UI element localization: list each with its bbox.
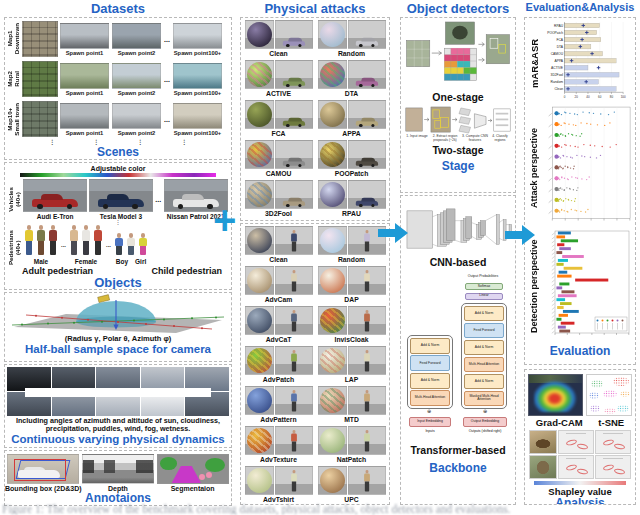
svg-text:ACTIVE: ACTIVE — [551, 66, 564, 70]
person-silhouette — [290, 470, 297, 493]
attack-subject-thumb — [275, 306, 313, 335]
car-silhouette — [282, 36, 304, 47]
scenes-section: Map1DowntownSpawn point1Spawn point2...S… — [4, 17, 232, 160]
adversarial-texture-sphere — [320, 228, 345, 253]
map-area: Rural — [14, 71, 21, 87]
attack-subject-thumb — [348, 140, 386, 169]
two-stage-diagram — [404, 106, 512, 135]
tf-multi-head-attention: Multi-Head Attention — [410, 390, 450, 406]
person-silhouette — [363, 430, 370, 453]
vehicle-thumbnail — [23, 179, 87, 212]
depth-cell: Depth — [81, 454, 155, 492]
scene-thumbnail — [112, 23, 161, 49]
adversarial-texture-sphere — [320, 308, 345, 333]
svg-text:DTA: DTA — [557, 45, 564, 49]
female-label: Female — [75, 258, 97, 265]
female-group: Female — [69, 225, 103, 265]
spawn-cell: Spawn point1 — [59, 103, 110, 136]
ellipsis-dots: ... — [60, 242, 67, 248]
camera-params: (Radius γ, Polar θ, Azimuth φ) — [6, 334, 230, 343]
adversarial-texture-sphere — [320, 102, 345, 127]
spawn-label: Spawn point1 — [66, 130, 104, 136]
map-thumbnail — [22, 61, 58, 97]
attack-label: MTD — [344, 416, 359, 423]
attack-unit: POOPatch — [317, 140, 386, 180]
attack-subject-thumb — [275, 180, 313, 209]
child-silhouette — [126, 233, 136, 257]
bounding-box-thumbnail — [7, 454, 79, 484]
adversarial-texture-sphere — [247, 268, 272, 293]
dynamics-section: Including angles of azimuth and altitude… — [4, 364, 232, 448]
tf-masked-multi-head-attention: Masked Multi-Head Attention — [464, 391, 504, 406]
attack-label: ACTIVE — [266, 90, 291, 97]
positional-encoding-plus: ⊕ — [427, 409, 431, 414]
svg-text:100: 100 — [621, 95, 626, 99]
tf-linear: Linear — [465, 293, 503, 300]
ellipsis-dots: ... — [163, 116, 171, 123]
ellipsis-dots: ... — [163, 76, 171, 83]
attack-sphere-thumb — [318, 20, 347, 49]
bbox-cell: Bounding box (2D&3D) — [6, 454, 80, 492]
attack-sphere-thumb — [318, 466, 347, 495]
svg-text:Random: Random — [551, 80, 564, 84]
spawn-cell: Spawn point2 — [111, 23, 162, 56]
figure-caption: Figure 1: The overview of the benchmark … — [2, 503, 638, 515]
detection-perspective-plot — [541, 230, 633, 342]
adversarial-texture-sphere — [320, 388, 345, 413]
segmentation-cell: Segmentaion — [156, 454, 230, 492]
attack-unit: Random — [317, 20, 386, 60]
physical-attacks-title: Physical attacks — [240, 1, 390, 16]
ellipsis-vertical-dot: ⋮ — [181, 139, 187, 146]
spawn-label: Spawn point2 — [118, 50, 156, 56]
color-gradient-bar — [20, 173, 216, 177]
car-silhouette-white — [173, 192, 219, 209]
backbone-label: Backbone — [404, 462, 512, 475]
backbone-section: CNN-based Output Probabilities Softmax L… — [400, 195, 516, 505]
attack-sphere-thumb — [245, 426, 274, 455]
attack-unit: FCA — [244, 100, 313, 140]
step-label: 4. Classify regions — [489, 135, 511, 142]
attack-sphere-thumb — [245, 100, 274, 129]
svg-text:Clean: Clean — [554, 87, 563, 91]
detection-perspective-block: Detection perspective — [527, 230, 633, 342]
person-silhouette — [81, 225, 91, 257]
person-silhouette — [290, 430, 297, 453]
attack-subject-thumb — [275, 60, 313, 89]
segmentation-label: Segmentaion — [171, 485, 215, 492]
tf-input-embedding: Input Embedding — [409, 417, 451, 427]
attack-subject-thumb — [348, 100, 386, 129]
tf-add-norm: Add & Norm — [464, 306, 504, 321]
pedestrians-axis-label: Pedestrians (40+) — [8, 230, 22, 265]
stage-label: Stage — [404, 160, 512, 173]
car-silhouette — [355, 196, 377, 207]
spawn-cell: Spawn point2 — [111, 63, 162, 96]
scene-thumbnail — [60, 103, 109, 129]
attack-subject-thumb — [275, 226, 313, 255]
analysis-row — [528, 374, 632, 416]
ellipsis-dots: ... — [163, 36, 171, 43]
attack-label: AdvCam — [265, 296, 293, 303]
car-silhouette — [282, 116, 304, 127]
car-silhouette — [282, 196, 304, 207]
attack-sphere-thumb — [318, 100, 347, 129]
attack-label: InvisCloak — [335, 336, 369, 343]
attack-sphere-thumb — [245, 266, 274, 295]
attack-unit: MTD — [317, 386, 386, 426]
svg-text:FCA: FCA — [556, 38, 563, 42]
child-pedestrian-label: Child pedestrian — [151, 266, 222, 276]
attack-label: UPC — [344, 496, 358, 503]
two-stage-steps: 1. Input image 2. Extract region proposa… — [404, 135, 512, 142]
vehicles-count: (40+) — [15, 187, 22, 212]
mar-asr-plot: RPAUPOOPatchFCADTACAMOUAPPAACTIVE3D2Fool… — [541, 20, 633, 106]
attack-perspective-plot — [541, 106, 633, 230]
male-label: Male — [34, 258, 48, 265]
ellipsis-dots: ... — [105, 242, 112, 248]
adversarial-texture-sphere — [320, 62, 345, 87]
spawn-label: Spawn point100+ — [174, 50, 222, 56]
segmentation-thumbnail — [157, 454, 229, 484]
spawn-label: Spawn point100+ — [174, 90, 222, 96]
adversarial-texture-sphere — [247, 182, 272, 207]
attack-unit: AdvCam — [244, 266, 313, 306]
scene-rows: Map1DowntownSpawn point1Spawn point2...S… — [6, 19, 230, 139]
positional-encoding-plus: ⊕ — [483, 409, 487, 414]
